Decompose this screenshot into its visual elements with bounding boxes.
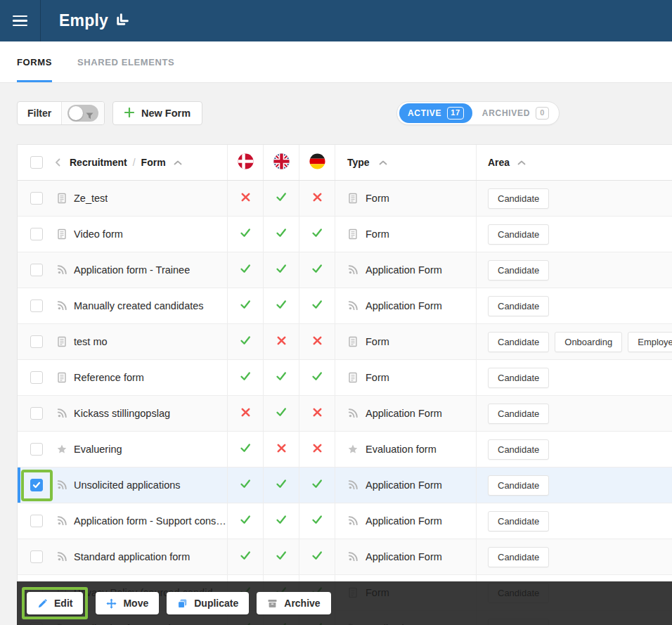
- row-checkbox[interactable]: [30, 515, 43, 527]
- table-row[interactable]: Application form - TraineeApplication Fo…: [18, 252, 672, 288]
- language-available-check-icon: [311, 549, 323, 565]
- rss-icon: [56, 264, 67, 276]
- table-row[interactable]: Application form - Support consu...Appli…: [18, 503, 672, 539]
- brand-logo[interactable]: Emply: [59, 11, 129, 30]
- move-button[interactable]: Move: [96, 592, 159, 614]
- form-type: Application Form: [366, 264, 442, 276]
- new-form-button[interactable]: New Form: [112, 101, 202, 125]
- form-name[interactable]: Kickass stillingopslag: [74, 408, 170, 419]
- form-name[interactable]: Video form: [74, 228, 123, 240]
- brand-checkmark-icon: [113, 13, 129, 29]
- form-type: Form: [366, 193, 389, 204]
- form-type: Form: [366, 372, 389, 383]
- form-icon: [347, 193, 358, 204]
- active-count-badge: 17: [447, 107, 464, 119]
- language-available-check-icon: [275, 262, 287, 278]
- form-name[interactable]: Reference form: [74, 372, 144, 383]
- column-type[interactable]: Type: [335, 145, 477, 180]
- form-type: Form: [366, 228, 389, 240]
- language-unavailable-x-icon: [240, 407, 251, 420]
- table-row[interactable]: Reference formFormCandidate: [18, 360, 672, 396]
- rss-icon: [347, 300, 358, 311]
- form-icon: [56, 372, 67, 383]
- row-checkbox[interactable]: [30, 550, 43, 563]
- duplicate-button[interactable]: Duplicate: [167, 592, 249, 614]
- uk-flag-icon: [273, 153, 290, 172]
- row-checkbox[interactable]: [30, 192, 43, 205]
- sort-caret-icon[interactable]: [517, 160, 526, 165]
- row-checkbox[interactable]: [30, 479, 43, 491]
- row-checkbox[interactable]: [30, 407, 43, 420]
- area-badge: Candidate: [488, 260, 549, 281]
- rss-icon: [56, 300, 67, 311]
- hamburger-menu-icon[interactable]: [0, 0, 41, 41]
- language-available-check-icon: [275, 549, 287, 565]
- table-row[interactable]: test moFormCandidateOnboardingEmployee: [18, 324, 672, 360]
- column-danish[interactable]: [228, 145, 264, 180]
- form-type: Application Form: [366, 479, 442, 491]
- language-unavailable-x-icon: [276, 443, 287, 456]
- form-name[interactable]: Application form - Trainee: [74, 264, 190, 276]
- form-name[interactable]: Application form - Support consu...: [74, 515, 227, 527]
- table-row[interactable]: Manually created candidatesApplication F…: [18, 288, 672, 324]
- row-checkbox[interactable]: [30, 335, 43, 348]
- breadcrumb-recruitment[interactable]: Recruitment: [70, 157, 127, 168]
- germany-flag-icon: [309, 153, 325, 172]
- form-name[interactable]: Ze_test: [74, 193, 108, 204]
- top-bar: Emply: [0, 0, 672, 41]
- area-badge: Candidate: [488, 188, 549, 209]
- language-available-check-icon: [275, 406, 287, 421]
- select-all-checkbox[interactable]: [30, 156, 43, 169]
- column-german[interactable]: [299, 145, 335, 180]
- column-area[interactable]: Area: [477, 145, 672, 180]
- duplicate-icon: [177, 598, 188, 609]
- row-checkbox[interactable]: [30, 371, 43, 384]
- funnel-icon: [86, 110, 93, 122]
- language-available-check-icon: [311, 226, 323, 242]
- form-type: Form: [366, 336, 389, 347]
- archive-button[interactable]: Archive: [257, 592, 330, 614]
- language-available-check-icon: [311, 513, 323, 529]
- active-view-button[interactable]: ACTIVE 17: [399, 103, 472, 123]
- rss-icon: [347, 551, 358, 562]
- rss-icon: [347, 515, 358, 527]
- language-unavailable-x-icon: [276, 335, 287, 349]
- pencil-icon: [37, 598, 48, 609]
- row-checkbox[interactable]: [30, 443, 43, 456]
- form-icon: [347, 336, 358, 347]
- row-checkbox[interactable]: [30, 264, 43, 276]
- table-row[interactable]: Kickass stillingopslagApplication FormCa…: [18, 396, 672, 432]
- rss-icon: [347, 408, 358, 419]
- form-type: Evaluation form: [366, 444, 437, 455]
- table-row[interactable]: Video formFormCandidate: [18, 217, 672, 252]
- tab-shared-elements[interactable]: SHARED ELEMENTS: [77, 41, 174, 82]
- area-badge: Candidate: [488, 439, 549, 460]
- breadcrumb-form[interactable]: Form: [141, 157, 166, 168]
- row-checkbox[interactable]: [30, 299, 43, 312]
- table-row[interactable]: Standard application formApplication For…: [18, 539, 672, 575]
- rss-icon: [347, 264, 358, 276]
- language-available-check-icon: [311, 262, 323, 278]
- bulk-action-bar: EditMoveDuplicateArchive: [17, 581, 672, 625]
- table-row[interactable]: EvalueringEvaluation formCandidate: [18, 432, 672, 468]
- form-name[interactable]: Evaluering: [74, 444, 122, 455]
- form-name[interactable]: Standard application form: [74, 551, 190, 562]
- chevron-left-icon[interactable]: [55, 158, 60, 167]
- table-row[interactable]: Ze_testFormCandidate: [18, 181, 672, 217]
- star-icon: [347, 444, 358, 455]
- tab-forms[interactable]: FORMS: [17, 41, 52, 82]
- column-english[interactable]: [264, 145, 299, 180]
- row-checkbox[interactable]: [30, 228, 43, 240]
- form-name[interactable]: test mo: [74, 336, 108, 347]
- form-name[interactable]: Unsolicited applications: [74, 479, 181, 491]
- form-name[interactable]: Manually created candidates: [74, 300, 204, 311]
- filter-toggle[interactable]: [67, 105, 98, 122]
- sort-caret-icon[interactable]: [379, 160, 387, 165]
- area-badge: Candidate: [488, 224, 549, 245]
- form-icon: [56, 193, 67, 204]
- table-row[interactable]: Unsolicited applicationsApplication Form…: [18, 468, 672, 503]
- archived-count-badge: 0: [536, 107, 549, 119]
- edit-button[interactable]: Edit: [27, 592, 83, 614]
- sort-caret-icon[interactable]: [174, 160, 182, 165]
- archived-view-button[interactable]: ARCHIVED 0: [472, 107, 550, 119]
